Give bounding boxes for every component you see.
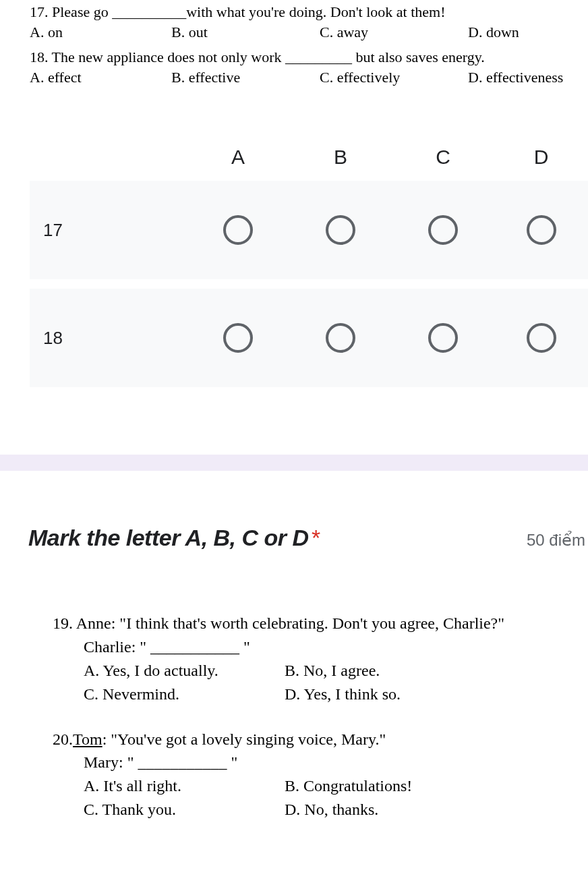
q17-opt-c: C. away: [320, 24, 468, 41]
q20-opt-a: A. It's all right.: [84, 774, 285, 798]
grid-cell-17-b: [289, 215, 392, 245]
grid-cell-17-a: [187, 215, 289, 245]
q19-line2: Charlie: " ___________ ": [53, 635, 588, 659]
questions-19-20-block: 19. Anne: "I think that's worth celebrat…: [28, 612, 588, 821]
required-star: *: [312, 525, 320, 550]
q19-opt-c: C. Nevermind.: [84, 683, 285, 706]
question-17-text: 17. Please go __________with what you're…: [30, 0, 588, 24]
q20-opt-d: D. No, thanks.: [285, 798, 378, 822]
q17-opt-d: D. down: [468, 24, 588, 41]
question-18-options: A. effect B. effective C. effectively D.…: [30, 69, 588, 86]
section-divider: [0, 455, 588, 471]
grid-header-b: B: [289, 146, 392, 169]
grid-header-row: A B C D: [30, 134, 588, 181]
q20-lead: 20.Tom: "You've got a lovely singing voi…: [53, 728, 588, 751]
radio-18-a[interactable]: [223, 323, 253, 353]
q20-row-cd: C. Thank you. D. No, thanks.: [53, 798, 588, 822]
q20-lead-rest: : "You've got a lovely singing voice, Ma…: [102, 730, 386, 748]
grid-cell-18-b: [289, 323, 392, 353]
grid-row-17: 17: [30, 181, 588, 279]
grid-row-18-label: 18: [30, 328, 187, 349]
question-card-bottom: Mark the letter A, B, C or D * 50 điểm 1…: [0, 471, 588, 821]
radio-17-a[interactable]: [223, 215, 253, 245]
radio-17-c[interactable]: [428, 215, 458, 245]
grid-cell-17-c: [392, 215, 494, 245]
q20-lead-prefix: 20.: [53, 730, 73, 748]
q20-line2: Mary: " ___________ ": [53, 751, 588, 774]
answer-grid: A B C D 17 18: [30, 134, 588, 387]
grid-gap: [30, 279, 588, 289]
q19-opt-b: B. No, I agree.: [285, 659, 380, 683]
radio-17-d[interactable]: [527, 215, 556, 245]
q20-lead-name: Tom: [73, 730, 102, 748]
question-17-options: A. on B. out C. away D. down: [30, 24, 588, 41]
grid-cell-18-d: [494, 323, 588, 353]
radio-18-b[interactable]: [326, 323, 355, 353]
q19-row-ab: A. Yes, I do actually. B. No, I agree.: [53, 659, 588, 683]
q20-opt-c: C. Thank you.: [84, 798, 285, 822]
grid-header-a: A: [187, 146, 289, 169]
points-label: 50 điểm: [527, 531, 585, 550]
q18-opt-d: D. effectiveness: [468, 69, 588, 86]
section-header: Mark the letter A, B, C or D * 50 điểm: [28, 525, 588, 551]
radio-17-b[interactable]: [326, 215, 355, 245]
grid-row-17-label: 17: [30, 220, 187, 241]
q20-opt-b: B. Congratulations!: [285, 774, 412, 798]
section-title: Mark the letter A, B, C or D: [28, 525, 308, 550]
q19-row-cd: C. Nevermind. D. Yes, I think so.: [53, 683, 588, 706]
q18-opt-b: B. effective: [171, 69, 320, 86]
grid-header-c: C: [392, 146, 494, 169]
radio-18-c[interactable]: [428, 323, 458, 353]
radio-18-d[interactable]: [527, 323, 556, 353]
grid-header-d: D: [494, 146, 588, 169]
q19-lead: 19. Anne: "I think that's worth celebrat…: [53, 612, 588, 635]
grid-cell-18-c: [392, 323, 494, 353]
grid-cell-18-a: [187, 323, 289, 353]
q17-opt-b: B. out: [171, 24, 320, 41]
question-18-text: 18. The new appliance does not only work…: [30, 45, 588, 69]
q19-opt-d: D. Yes, I think so.: [285, 683, 401, 706]
grid-row-18: 18: [30, 289, 588, 387]
q19-opt-a: A. Yes, I do actually.: [84, 659, 285, 683]
q18-opt-c: C. effectively: [320, 69, 468, 86]
q17-opt-a: A. on: [30, 24, 171, 41]
grid-cell-17-d: [494, 215, 588, 245]
question-card-top: 17. Please go __________with what you're…: [0, 0, 588, 428]
q18-opt-a: A. effect: [30, 69, 171, 86]
q20-row-ab: A. It's all right. B. Congratulations!: [53, 774, 588, 798]
